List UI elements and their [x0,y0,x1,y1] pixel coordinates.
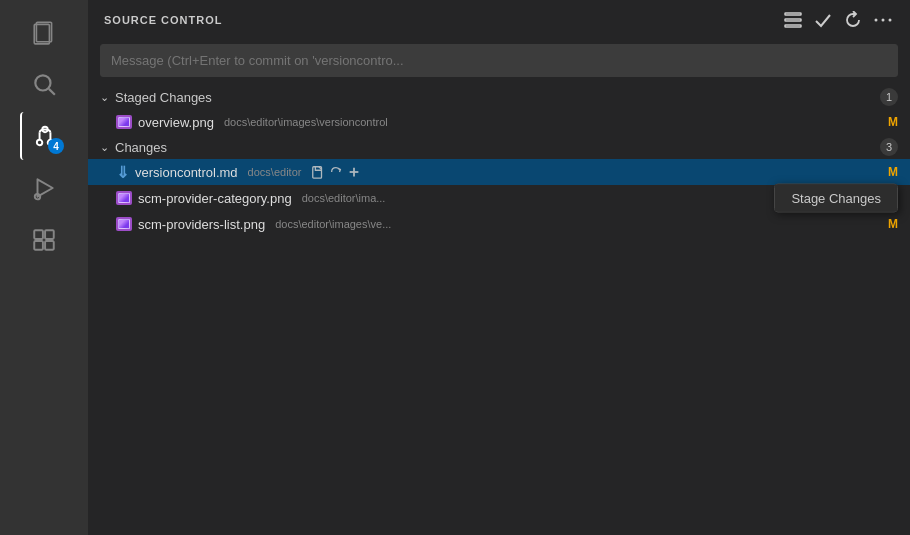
staged-changes-count: 1 [880,88,898,106]
source-control-panel: SOURCE CONTROL [88,0,910,535]
changes-file-path-3: docs\editor\images\ve... [275,218,391,230]
svg-rect-15 [45,241,54,250]
branch-button[interactable] [782,9,804,31]
png-file-icon [116,115,132,129]
panel-title: SOURCE CONTROL [104,14,223,26]
activity-bar: 4 [0,0,88,535]
svg-line-3 [49,89,55,95]
commit-button[interactable] [812,9,834,31]
staged-changes-section-header[interactable]: ⌄ Staged Changes 1 [88,85,910,109]
arrow-down-icon: ⇓ [116,163,129,182]
changes-file-status-1: M [888,165,898,179]
changes-file-status-3: M [888,217,898,231]
sidebar-item-explorer[interactable] [20,8,68,56]
file-tree: ⌄ Staged Changes 1 overview.png docs\edi… [88,85,910,535]
panel-header: SOURCE CONTROL [88,0,910,40]
stage-changes-button[interactable] [347,165,361,179]
staged-file-status: M [888,115,898,129]
png-file-icon-3 [116,217,132,231]
staged-file-name: overview.png [138,115,214,130]
stage-changes-menu-item[interactable]: Stage Changes [775,185,897,212]
svg-rect-18 [785,25,801,27]
sidebar-item-source-control[interactable]: 4 [20,112,68,160]
row-actions-versioncontrol [311,165,361,179]
source-control-badge: 4 [48,138,64,154]
changes-file-scm-providers-list[interactable]: scm-providers-list.png docs\editor\image… [88,211,910,237]
more-button[interactable] [872,9,894,31]
svg-point-4 [37,140,42,145]
changes-section-header[interactable]: ⌄ Changes 3 [88,135,910,159]
sidebar-item-run[interactable] [20,164,68,212]
svg-rect-14 [34,241,43,250]
changes-count: 3 [880,138,898,156]
open-file-button[interactable] [311,165,325,179]
svg-point-19 [875,19,878,22]
svg-point-2 [35,75,50,90]
changes-chevron: ⌄ [100,141,109,154]
svg-point-20 [882,19,885,22]
staged-file-path: docs\editor\images\versioncontrol [224,116,388,128]
changes-file-name-3: scm-providers-list.png [138,217,265,232]
commit-message-input[interactable] [100,44,898,77]
changes-file-name-1: versioncontrol.md [135,165,238,180]
svg-rect-13 [45,230,54,239]
staged-changes-chevron: ⌄ [100,91,109,104]
discard-changes-button[interactable] [329,165,343,179]
sidebar-item-search[interactable] [20,60,68,108]
staged-file-overview-png[interactable]: overview.png docs\editor\images\versionc… [88,109,910,135]
staged-changes-label: Staged Changes [115,90,874,105]
sidebar-item-extensions[interactable] [20,216,68,264]
png-file-icon-2 [116,191,132,205]
refresh-button[interactable] [842,9,864,31]
svg-rect-17 [785,19,801,21]
changes-file-path-2: docs\editor\ima... [302,192,386,204]
changes-file-path-1: docs\editor [248,166,302,178]
context-menu: Stage Changes [774,184,898,213]
header-actions [782,9,894,31]
changes-file-versioncontrol-md[interactable]: ⇓ versioncontrol.md docs\editor [88,159,910,185]
svg-rect-12 [34,230,43,239]
svg-rect-16 [785,13,801,15]
changes-label: Changes [115,140,874,155]
changes-file-name-2: scm-provider-category.png [138,191,292,206]
svg-point-21 [889,19,892,22]
changes-file-scm-provider-category[interactable]: scm-provider-category.png docs\editor\im… [88,185,910,211]
